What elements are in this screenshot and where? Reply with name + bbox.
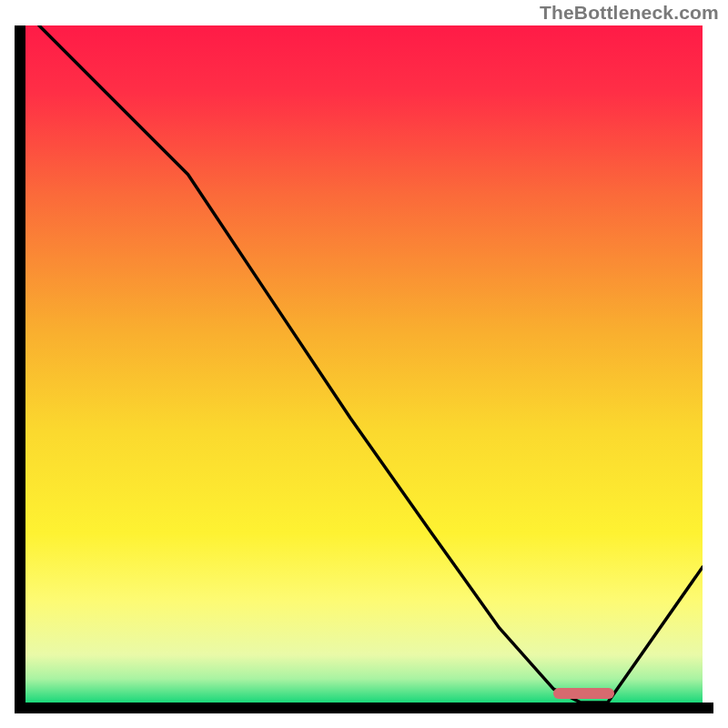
optimal-range-marker [553, 688, 614, 699]
watermark-text: TheBottleneck.com [540, 2, 719, 24]
chart-frame: TheBottleneck.com [0, 0, 728, 728]
bottleneck-curve [25, 25, 703, 703]
x-axis [15, 703, 713, 713]
plot-area [25, 25, 703, 703]
y-axis [15, 25, 25, 703]
